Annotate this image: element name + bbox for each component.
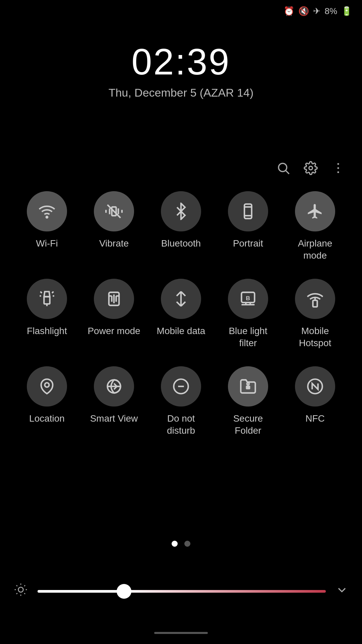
airplane-mode-icon: ✈	[313, 6, 320, 16]
vibrate-icon	[94, 191, 134, 231]
more-options-icon[interactable]	[331, 161, 345, 178]
airplane-label: Airplane mode	[288, 237, 342, 262]
wifi-icon	[27, 191, 67, 231]
svg-line-47	[24, 593, 25, 594]
qs-header	[276, 161, 345, 178]
wifi-label: Wi-Fi	[36, 237, 58, 250]
tile-mobile-data[interactable]: Mobile data	[154, 279, 208, 337]
hotspot-label: Mobile Hotspot	[288, 325, 342, 350]
svg-point-4	[337, 167, 339, 169]
qs-row-2: Flashlight Power mode Mob	[13, 279, 349, 350]
tile-smart-view[interactable]: Smart View	[87, 366, 141, 425]
svg-rect-37	[246, 385, 250, 389]
portrait-label: Portrait	[233, 237, 263, 250]
secure-folder-icon	[228, 366, 268, 407]
tile-blue-light[interactable]: B Blue light filter	[221, 279, 275, 350]
blue-light-label: Blue light filter	[221, 325, 275, 350]
brightness-thumb[interactable]	[117, 584, 131, 599]
svg-point-39	[247, 383, 249, 385]
tile-vibrate[interactable]: Vibrate	[87, 191, 141, 250]
smart-view-label: Smart View	[90, 413, 138, 425]
flashlight-icon	[27, 279, 67, 319]
flashlight-label: Flashlight	[27, 325, 67, 337]
tile-secure-folder[interactable]: Secure Folder	[221, 366, 275, 437]
svg-rect-15	[44, 297, 50, 304]
clock-date: Thu, December 5 (AZAR 14)	[0, 86, 362, 99]
location-label: Location	[29, 413, 65, 425]
qs-row-3: Location Smart View Do no	[13, 366, 349, 437]
tile-hotspot[interactable]: Mobile Hotspot	[288, 279, 342, 350]
brightness-track[interactable]	[38, 590, 326, 593]
tile-wifi[interactable]: Wi-Fi	[20, 191, 74, 250]
svg-point-2	[309, 166, 313, 170]
tile-portrait[interactable]: Portrait	[221, 191, 275, 250]
dnd-icon	[161, 366, 201, 407]
nfc-label: NFC	[305, 413, 325, 425]
svg-line-1	[286, 171, 289, 174]
qs-row-1: Wi-Fi Vibrate Bluetooth	[13, 191, 349, 262]
vibrate-label: Vibrate	[99, 237, 129, 250]
portrait-icon	[228, 191, 268, 231]
svg-line-17	[41, 291, 42, 293]
blue-light-icon: B	[228, 279, 268, 319]
brightness-row	[13, 582, 349, 600]
home-indicator	[154, 632, 208, 634]
svg-line-49	[24, 585, 25, 586]
search-icon[interactable]	[276, 161, 290, 178]
smart-view-icon	[94, 366, 134, 407]
mobile-data-icon	[161, 279, 201, 319]
svg-point-41	[18, 587, 23, 592]
dnd-label: Do not disturb	[154, 413, 208, 437]
tile-power-mode[interactable]: Power mode	[87, 279, 141, 337]
svg-line-18	[52, 291, 53, 293]
nfc-icon	[295, 366, 335, 407]
power-mode-label: Power mode	[87, 325, 140, 337]
page-indicators	[0, 541, 362, 547]
svg-rect-12	[244, 204, 252, 218]
airplane-icon	[295, 191, 335, 231]
page-dot-1[interactable]	[172, 541, 178, 547]
tile-bluetooth[interactable]: Bluetooth	[154, 191, 208, 250]
brightness-icon	[13, 582, 28, 600]
svg-point-6	[46, 216, 48, 218]
settings-icon[interactable]	[304, 161, 318, 178]
battery-percentage: 8%	[324, 6, 337, 16]
mobile-data-label: Mobile data	[157, 325, 205, 337]
svg-point-32	[45, 383, 49, 387]
clock-area: 02:39 Thu, December 5 (AZAR 14)	[0, 40, 362, 99]
status-bar: ⏰ 🔇 ✈ 8% 🔋	[284, 0, 362, 16]
alarm-icon: ⏰	[284, 6, 294, 16]
svg-line-46	[16, 585, 17, 586]
tile-flashlight[interactable]: Flashlight	[20, 279, 74, 337]
hotspot-icon	[295, 279, 335, 319]
qs-grid: Wi-Fi Vibrate Bluetooth	[0, 191, 362, 437]
svg-point-0	[279, 163, 287, 172]
battery-icon: 🔋	[341, 6, 352, 16]
tile-location[interactable]: Location	[20, 366, 74, 425]
clock-time: 02:39	[0, 40, 362, 83]
brightness-expand-icon[interactable]	[335, 583, 349, 600]
page-dot-2[interactable]	[184, 541, 190, 547]
bluetooth-label: Bluetooth	[161, 237, 201, 250]
location-icon	[27, 366, 67, 407]
svg-point-3	[337, 163, 339, 165]
tile-airplane[interactable]: Airplane mode	[288, 191, 342, 262]
svg-point-5	[337, 171, 339, 173]
secure-folder-label: Secure Folder	[221, 413, 275, 437]
svg-line-48	[16, 593, 17, 594]
power-mode-icon	[94, 279, 134, 319]
tile-dnd[interactable]: Do not disturb	[154, 366, 208, 437]
svg-text:B: B	[246, 295, 250, 302]
vibrate-off-icon: 🔇	[298, 6, 309, 16]
bluetooth-icon	[161, 191, 201, 231]
tile-nfc[interactable]: NFC	[288, 366, 342, 425]
svg-rect-30	[313, 300, 317, 307]
